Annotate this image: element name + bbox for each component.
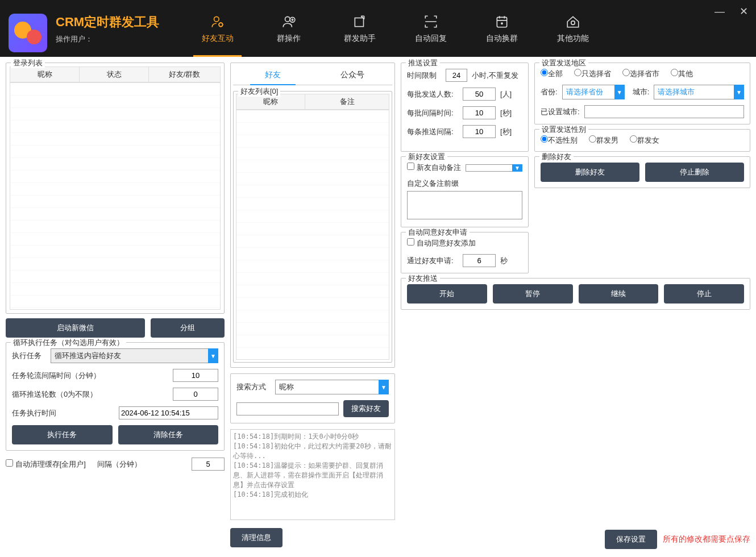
task-rounds-input[interactable] bbox=[173, 388, 218, 401]
time-limit-input[interactable] bbox=[446, 69, 467, 82]
delete-friend-button[interactable]: 删除好友 bbox=[541, 163, 639, 182]
batch-size-input[interactable] bbox=[463, 88, 496, 101]
accept-delay-input[interactable] bbox=[463, 254, 496, 267]
loop-task-panel: 循环执行任务（对勾选用户有效） 执行任务 循环推送内容给好友 ▼ 任务轮流间隔时… bbox=[6, 342, 225, 451]
app-title: CRM定时群发工具 bbox=[56, 14, 159, 31]
search-friend-button[interactable]: 搜索好友 bbox=[343, 400, 389, 417]
task-exec-time-input[interactable] bbox=[119, 406, 218, 419]
close-button[interactable]: ✕ bbox=[737, 5, 750, 18]
delete-friend-panel: 删除好友 删除好友 停止删除 bbox=[534, 156, 750, 188]
friend-list-body[interactable] bbox=[236, 110, 389, 360]
item-gap-input[interactable] bbox=[463, 125, 496, 138]
region-other-radio[interactable]: 其他 bbox=[671, 69, 693, 79]
nav-other[interactable]: 其他功能 bbox=[537, 0, 608, 57]
friend-push-panel: 好友推送 开始 暂停 继续 停止 bbox=[401, 278, 750, 310]
chevron-down-icon[interactable]: ▼ bbox=[379, 380, 389, 394]
share-icon bbox=[351, 13, 368, 30]
region-city-radio[interactable]: 选择省市 bbox=[622, 69, 659, 79]
nav-friend-interact[interactable]: 好友互动 bbox=[182, 0, 253, 57]
gender-male-radio[interactable]: 群发男 bbox=[589, 135, 618, 146]
start-new-wechat-button[interactable]: 启动新微信 bbox=[6, 318, 145, 338]
svg-rect-4 bbox=[355, 18, 363, 27]
login-list-body[interactable] bbox=[10, 82, 221, 310]
exec-task-button[interactable]: 执行任务 bbox=[12, 425, 113, 444]
nav-group-ops[interactable]: 群操作 bbox=[253, 0, 324, 57]
nav-send-helper[interactable]: 群发助手 bbox=[324, 0, 395, 57]
calendar-icon bbox=[493, 13, 510, 30]
app-logo-icon bbox=[9, 14, 47, 52]
nav-auto-switch[interactable]: 自动换群 bbox=[466, 0, 537, 57]
svg-point-0 bbox=[214, 16, 219, 22]
gender-none-radio[interactable]: 不选性别 bbox=[541, 135, 578, 146]
auto-remark-checkbox[interactable]: 新友自动备注 bbox=[407, 163, 461, 173]
gear-house-icon bbox=[564, 13, 581, 30]
chevron-down-icon[interactable]: ▼ bbox=[208, 348, 218, 363]
search-method-select[interactable]: 昵称 bbox=[275, 380, 379, 394]
clear-info-button[interactable]: 清理信息 bbox=[230, 528, 283, 547]
search-input[interactable] bbox=[236, 402, 339, 415]
remark-prefix-input[interactable] bbox=[407, 191, 522, 219]
stop-delete-button[interactable]: 停止删除 bbox=[645, 163, 744, 182]
push-start-button[interactable]: 开始 bbox=[407, 284, 487, 304]
chevron-down-icon[interactable]: ▼ bbox=[512, 164, 522, 172]
nav-auto-reply[interactable]: 自动回复 bbox=[395, 0, 466, 57]
task-select[interactable]: 循环推送内容给好友 bbox=[51, 348, 208, 363]
user-gear-icon bbox=[209, 13, 226, 30]
friend-list-panel: 好友 公众号 好友列表[0] 昵称 备注 bbox=[230, 63, 395, 368]
region-panel: 设置发送地区 全部 只选择省 选择省市 其他 省份: 请选择省份▼ 城市: 请选… bbox=[534, 63, 750, 124]
push-continue-button[interactable]: 继续 bbox=[579, 284, 659, 304]
svg-point-6 bbox=[501, 23, 502, 24]
clear-task-button[interactable]: 清除任务 bbox=[118, 425, 219, 444]
new-friend-panel: 新好友设置 新友自动备注 ▼ 自定义备注前缀 bbox=[401, 156, 529, 227]
svg-point-7 bbox=[571, 21, 575, 24]
auto-remark-select[interactable] bbox=[466, 164, 512, 172]
login-list-table: 昵称 状态 好友/群数 bbox=[10, 66, 221, 82]
scan-icon bbox=[422, 13, 439, 30]
gender-panel: 设置发送性别 不选性别 群发男 群发女 bbox=[534, 129, 750, 152]
chevron-down-icon[interactable]: ▼ bbox=[614, 85, 625, 99]
save-settings-button[interactable]: 保存设置 bbox=[605, 530, 657, 549]
auto-clear-checkbox[interactable]: 自动清理缓存[全用户] bbox=[6, 459, 86, 469]
auto-clear-gap-input[interactable] bbox=[192, 458, 225, 471]
title-bar: CRM定时群发工具 操作用户： 好友互动 群操作 群发助手 自动回复 自动换群 … bbox=[0, 0, 756, 57]
province-select[interactable]: 请选择省份 bbox=[562, 85, 614, 99]
region-province-radio[interactable]: 只选择省 bbox=[574, 69, 611, 79]
push-pause-button[interactable]: 暂停 bbox=[493, 284, 573, 304]
user-label: 操作用户： bbox=[56, 34, 159, 44]
svg-point-2 bbox=[285, 16, 290, 22]
group-button[interactable]: 分组 bbox=[151, 318, 225, 338]
task-interval-input[interactable] bbox=[173, 369, 218, 382]
auto-accept-panel: 自动同意好友申请 自动同意好友添加 通过好友申请: 秒 bbox=[401, 232, 529, 273]
svg-rect-5 bbox=[497, 17, 506, 27]
log-panel[interactable]: [10:54:18]到期时间：1天0小时0分0秒 [10:54:18]初始化中，… bbox=[230, 429, 395, 520]
city-select[interactable]: 请选择城市 bbox=[654, 85, 734, 99]
auto-accept-checkbox[interactable]: 自动同意好友添加 bbox=[407, 238, 476, 248]
gender-female-radio[interactable]: 群发女 bbox=[630, 135, 659, 146]
search-panel: 搜索方式 昵称 ▼ 搜索好友 bbox=[230, 373, 395, 423]
push-stop-button[interactable]: 停止 bbox=[664, 284, 744, 304]
tab-friend[interactable]: 好友 bbox=[233, 65, 313, 85]
push-settings-panel: 推送设置 时间限制小时,不重复发 每批发送人数:[人] 每批间隔时间:[秒] 每… bbox=[401, 63, 529, 152]
login-list-panel: 登录列表 昵称 状态 好友/群数 bbox=[6, 63, 225, 314]
minimize-button[interactable]: — bbox=[713, 5, 726, 18]
save-warning-text: 所有的修改都需要点保存 bbox=[663, 534, 750, 544]
tab-public-account[interactable]: 公众号 bbox=[313, 65, 392, 85]
user-plus-icon bbox=[280, 13, 297, 30]
chevron-down-icon[interactable]: ▼ bbox=[734, 85, 744, 99]
batch-gap-input[interactable] bbox=[463, 106, 496, 119]
region-all-radio[interactable]: 全部 bbox=[541, 69, 563, 79]
set-cities-input[interactable] bbox=[584, 105, 744, 118]
